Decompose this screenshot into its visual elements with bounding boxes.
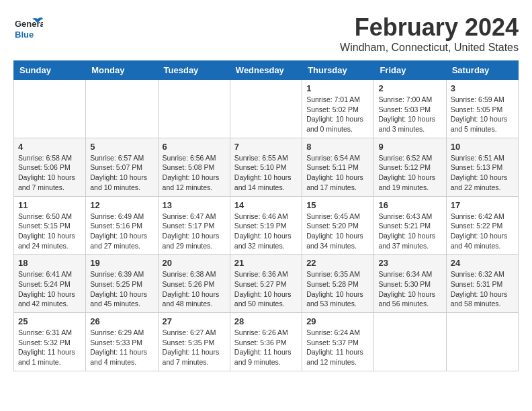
day-info: Sunrise: 6:32 AM Sunset: 5:31 PM Dayligh…: [451, 269, 514, 309]
calendar-cell: 26Sunrise: 6:29 AM Sunset: 5:33 PM Dayli…: [86, 313, 158, 371]
calendar-cell: 24Sunrise: 6:32 AM Sunset: 5:31 PM Dayli…: [446, 255, 518, 313]
day-info: Sunrise: 6:45 AM Sunset: 5:20 PM Dayligh…: [306, 212, 369, 251]
day-info: Sunrise: 6:38 AM Sunset: 5:26 PM Dayligh…: [163, 269, 226, 309]
calendar-cell: 5Sunrise: 6:57 AM Sunset: 5:07 PM Daylig…: [86, 138, 158, 196]
calendar-cell: [446, 313, 518, 371]
day-number: 6: [163, 142, 226, 152]
day-info: Sunrise: 6:58 AM Sunset: 5:06 PM Dayligh…: [18, 153, 81, 193]
day-info: Sunrise: 6:27 AM Sunset: 5:35 PM Dayligh…: [163, 328, 226, 367]
day-info: Sunrise: 6:59 AM Sunset: 5:05 PM Dayligh…: [451, 95, 514, 134]
weekday-header-saturday: Saturday: [446, 61, 518, 80]
calendar-cell: 16Sunrise: 6:43 AM Sunset: 5:21 PM Dayli…: [374, 196, 446, 255]
calendar-week-row: 11Sunrise: 6:50 AM Sunset: 5:15 PM Dayli…: [14, 196, 519, 255]
calendar-cell: [230, 80, 302, 138]
calendar-cell: 3Sunrise: 6:59 AM Sunset: 5:05 PM Daylig…: [446, 80, 518, 138]
day-number: 5: [90, 142, 153, 152]
day-info: Sunrise: 6:24 AM Sunset: 5:37 PM Dayligh…: [306, 328, 369, 367]
day-info: Sunrise: 6:41 AM Sunset: 5:24 PM Dayligh…: [18, 269, 81, 309]
day-number: 27: [163, 316, 226, 326]
day-info: Sunrise: 6:29 AM Sunset: 5:33 PM Dayligh…: [90, 328, 153, 367]
calendar-cell: [158, 80, 230, 138]
calendar-week-row: 25Sunrise: 6:31 AM Sunset: 5:32 PM Dayli…: [14, 313, 519, 371]
calendar-cell: 10Sunrise: 6:51 AM Sunset: 5:13 PM Dayli…: [446, 138, 518, 196]
day-info: Sunrise: 6:42 AM Sunset: 5:22 PM Dayligh…: [451, 212, 514, 251]
day-number: 22: [306, 258, 369, 268]
day-number: 9: [378, 142, 441, 152]
calendar-cell: 1Sunrise: 7:01 AM Sunset: 5:02 PM Daylig…: [302, 80, 374, 138]
weekday-header-friday: Friday: [374, 61, 446, 80]
month-year-title: February 2024: [340, 13, 519, 42]
calendar-cell: 6Sunrise: 6:56 AM Sunset: 5:08 PM Daylig…: [158, 138, 230, 196]
calendar-week-row: 4Sunrise: 6:58 AM Sunset: 5:06 PM Daylig…: [14, 138, 519, 196]
calendar-cell: 2Sunrise: 7:00 AM Sunset: 5:03 PM Daylig…: [374, 80, 446, 138]
day-info: Sunrise: 6:57 AM Sunset: 5:07 PM Dayligh…: [90, 153, 153, 193]
day-info: Sunrise: 6:46 AM Sunset: 5:19 PM Dayligh…: [234, 212, 298, 251]
day-number: 29: [306, 316, 369, 326]
logo-icon: General Blue: [13, 13, 43, 43]
day-info: Sunrise: 7:01 AM Sunset: 5:02 PM Dayligh…: [306, 95, 369, 134]
calendar-cell: 12Sunrise: 6:49 AM Sunset: 5:16 PM Dayli…: [86, 196, 158, 255]
logo: General Blue: [13, 13, 43, 43]
day-number: 20: [163, 258, 226, 268]
calendar-cell: 13Sunrise: 6:47 AM Sunset: 5:17 PM Dayli…: [158, 196, 230, 255]
calendar-cell: 7Sunrise: 6:55 AM Sunset: 5:10 PM Daylig…: [230, 138, 302, 196]
title-area: February 2024 Windham, Connecticut, Unit…: [340, 13, 519, 54]
day-info: Sunrise: 7:00 AM Sunset: 5:03 PM Dayligh…: [378, 95, 441, 134]
day-number: 1: [306, 83, 369, 93]
day-number: 10: [451, 142, 514, 152]
day-info: Sunrise: 6:52 AM Sunset: 5:12 PM Dayligh…: [378, 153, 441, 193]
calendar-cell: 19Sunrise: 6:39 AM Sunset: 5:25 PM Dayli…: [86, 255, 158, 313]
calendar-week-row: 18Sunrise: 6:41 AM Sunset: 5:24 PM Dayli…: [14, 255, 519, 313]
calendar-cell: 20Sunrise: 6:38 AM Sunset: 5:26 PM Dayli…: [158, 255, 230, 313]
day-number: 12: [90, 200, 153, 210]
day-number: 25: [18, 316, 81, 326]
calendar-cell: 28Sunrise: 6:26 AM Sunset: 5:36 PM Dayli…: [230, 313, 302, 371]
day-info: Sunrise: 6:47 AM Sunset: 5:17 PM Dayligh…: [163, 212, 226, 251]
day-number: 28: [234, 316, 298, 326]
day-number: 8: [306, 142, 369, 152]
day-info: Sunrise: 6:35 AM Sunset: 5:28 PM Dayligh…: [306, 269, 369, 309]
page: General Blue February 2024 Windham, Conn…: [0, 0, 532, 378]
day-number: 17: [451, 200, 514, 210]
day-number: 19: [90, 258, 153, 268]
header-area: General Blue February 2024 Windham, Conn…: [13, 13, 519, 54]
calendar-cell: [14, 80, 86, 138]
calendar-cell: 25Sunrise: 6:31 AM Sunset: 5:32 PM Dayli…: [14, 313, 86, 371]
calendar-cell: 17Sunrise: 6:42 AM Sunset: 5:22 PM Dayli…: [446, 196, 518, 255]
weekday-header-thursday: Thursday: [302, 61, 374, 80]
day-info: Sunrise: 6:31 AM Sunset: 5:32 PM Dayligh…: [18, 328, 81, 367]
day-number: 24: [451, 258, 514, 268]
weekday-header-monday: Monday: [86, 61, 158, 80]
day-number: 13: [163, 200, 226, 210]
day-info: Sunrise: 6:56 AM Sunset: 5:08 PM Dayligh…: [163, 153, 226, 193]
day-number: 7: [234, 142, 298, 152]
day-number: 11: [18, 200, 81, 210]
day-number: 23: [378, 258, 441, 268]
day-info: Sunrise: 6:26 AM Sunset: 5:36 PM Dayligh…: [234, 328, 298, 367]
day-number: 2: [378, 83, 441, 93]
weekday-header-wednesday: Wednesday: [230, 61, 302, 80]
calendar-week-row: 1Sunrise: 7:01 AM Sunset: 5:02 PM Daylig…: [14, 80, 519, 138]
day-number: 4: [18, 142, 81, 152]
calendar-cell: 11Sunrise: 6:50 AM Sunset: 5:15 PM Dayli…: [14, 196, 86, 255]
day-info: Sunrise: 6:34 AM Sunset: 5:30 PM Dayligh…: [378, 269, 441, 309]
day-info: Sunrise: 6:39 AM Sunset: 5:25 PM Dayligh…: [90, 269, 153, 309]
day-info: Sunrise: 6:55 AM Sunset: 5:10 PM Dayligh…: [234, 153, 298, 193]
calendar-cell: 14Sunrise: 6:46 AM Sunset: 5:19 PM Dayli…: [230, 196, 302, 255]
calendar-cell: 21Sunrise: 6:36 AM Sunset: 5:27 PM Dayli…: [230, 255, 302, 313]
calendar-header-row: SundayMondayTuesdayWednesdayThursdayFrid…: [14, 61, 519, 80]
day-info: Sunrise: 6:51 AM Sunset: 5:13 PM Dayligh…: [451, 153, 514, 193]
svg-text:Blue: Blue: [15, 30, 34, 40]
calendar-cell: 18Sunrise: 6:41 AM Sunset: 5:24 PM Dayli…: [14, 255, 86, 313]
day-info: Sunrise: 6:43 AM Sunset: 5:21 PM Dayligh…: [378, 212, 441, 251]
weekday-header-tuesday: Tuesday: [158, 61, 230, 80]
day-number: 3: [451, 83, 514, 93]
calendar-cell: 29Sunrise: 6:24 AM Sunset: 5:37 PM Dayli…: [302, 313, 374, 371]
day-number: 14: [234, 200, 298, 210]
calendar-cell: 8Sunrise: 6:54 AM Sunset: 5:11 PM Daylig…: [302, 138, 374, 196]
calendar-cell: 9Sunrise: 6:52 AM Sunset: 5:12 PM Daylig…: [374, 138, 446, 196]
weekday-header-sunday: Sunday: [14, 61, 86, 80]
day-number: 15: [306, 200, 369, 210]
location-title: Windham, Connecticut, United States: [340, 42, 519, 54]
calendar-cell: 22Sunrise: 6:35 AM Sunset: 5:28 PM Dayli…: [302, 255, 374, 313]
